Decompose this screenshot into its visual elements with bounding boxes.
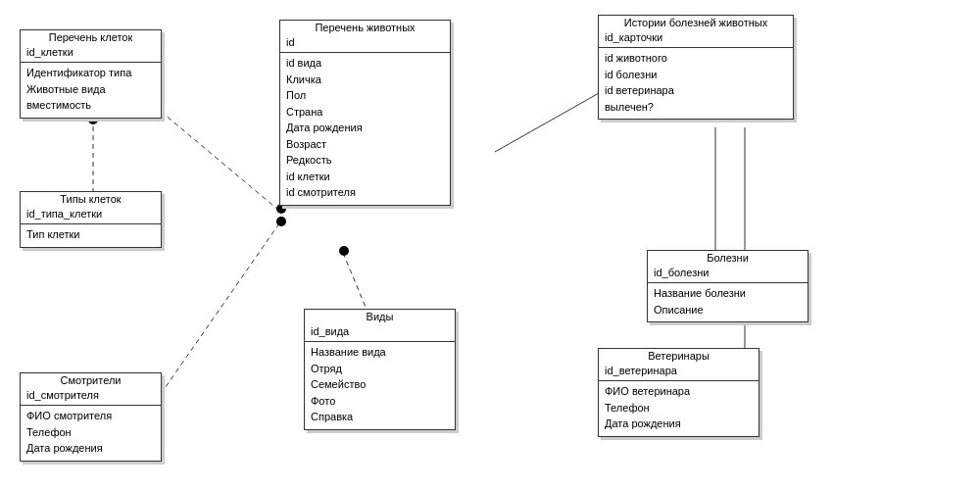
attrs-perechen-zhivotnyh: id вида Кличка Пол Страна Дата рождения … xyxy=(280,53,450,205)
label-bolezni: Болезни xyxy=(648,251,808,265)
label-vidy: Виды xyxy=(305,310,455,323)
svg-point-3 xyxy=(276,204,286,214)
svg-point-7 xyxy=(339,246,349,256)
diagram: Перечень клеток id_клетки Идентификатор … xyxy=(0,0,980,490)
attrs-istorii-boleznej: id животного id болезни id ветеринара вы… xyxy=(599,48,793,119)
pk-perechen-kletok: id_клетки xyxy=(21,44,161,63)
attrs-smotriteli: ФИО смотрителя Телефон Дата рождения xyxy=(21,406,161,461)
attrs-perechen-kletok: Идентификатор типа Животные вида вместим… xyxy=(21,63,161,118)
entity-vidy: Виды id_вида Название вида Отряд Семейст… xyxy=(304,309,456,430)
entity-perechen-kletok: Перечень клеток id_клетки Идентификатор … xyxy=(20,29,162,119)
pk-vidy: id_вида xyxy=(305,323,455,342)
entity-veterinary: Ветеринары id_ветеринара ФИО ветеринара … xyxy=(598,348,760,437)
label-smotriteli: Смотрители xyxy=(21,373,161,387)
label-tipy-kletok: Типы клеток xyxy=(21,192,161,206)
attrs-vidy: Название вида Отряд Семейство Фото Справ… xyxy=(305,342,455,429)
entity-perechen-zhivotnyh: Перечень животных id id вида Кличка Пол … xyxy=(279,20,451,206)
attrs-bolezni: Название болезни Описание xyxy=(648,283,808,321)
svg-point-5 xyxy=(276,217,286,226)
svg-line-4 xyxy=(152,223,279,407)
label-perechen-kletok: Перечень клеток xyxy=(21,30,161,44)
pk-tipy-kletok: id_типа_клетки xyxy=(21,206,161,224)
label-veterinary: Ветеринары xyxy=(599,349,759,363)
pk-bolezni: id_болезни xyxy=(648,265,808,283)
pk-istorii-boleznej: id_карточки xyxy=(599,29,793,48)
entity-istorii-boleznej: Истории болезней животных id_карточки id… xyxy=(598,15,794,120)
attrs-tipy-kletok: Тип клетки xyxy=(21,224,161,247)
entity-tipy-kletok: Типы клеток id_типа_клетки Тип клетки xyxy=(20,191,162,248)
label-istorii-boleznej: Истории болезней животных xyxy=(599,16,793,29)
pk-smotriteli: id_смотрителя xyxy=(21,387,161,406)
svg-line-8 xyxy=(495,88,608,152)
pk-veterinary: id_ветеринара xyxy=(599,363,759,381)
attrs-veterinary: ФИО ветеринара Телефон Дата рождения xyxy=(599,381,759,436)
pk-perechen-zhivotnyh: id xyxy=(280,34,450,53)
entity-bolezni: Болезни id_болезни Название болезни Опис… xyxy=(647,250,808,322)
entity-smotriteli: Смотрители id_смотрителя ФИО смотрителя … xyxy=(20,372,162,462)
label-perechen-zhivotnyh: Перечень животных xyxy=(280,21,450,34)
